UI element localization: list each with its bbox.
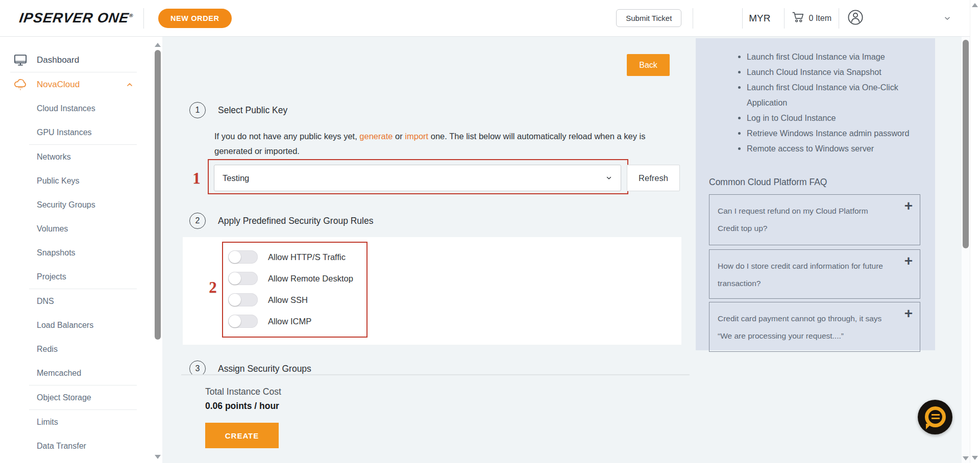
sidebar-item-public-keys[interactable]: Public Keys [0, 169, 153, 193]
faq-item-store-card[interactable]: How do I store credit card information f… [709, 249, 920, 299]
currency-selector[interactable]: MYR [749, 13, 770, 24]
faq-question: How do I store credit card information f… [709, 250, 920, 292]
step3-number: 3 [189, 361, 206, 375]
sidebar-scrollbar-thumb[interactable] [155, 50, 161, 340]
public-key-select[interactable]: Testing [214, 165, 621, 191]
faq-question: Can I request refund on my Cloud Platfor… [709, 195, 920, 237]
annotation-number-2: 2 [205, 278, 220, 297]
sidebar-item-projects[interactable]: Projects [0, 265, 153, 289]
submit-ticket-button[interactable]: Submit Ticket [616, 9, 681, 27]
help-link-retrieve-password[interactable]: Retrieve Windows Instance admin password [747, 125, 924, 141]
content-scrollbar-thumb[interactable] [963, 40, 969, 248]
help-panel: Launch first Cloud Instance via Image La… [696, 38, 935, 350]
content-scrollbar [962, 37, 970, 463]
brand-logo[interactable]: IPSERVER ONE® [18, 10, 134, 26]
sidebar-item-object-storage[interactable]: Object Storage [0, 385, 153, 409]
cart-button[interactable]: 0 Item [792, 11, 831, 25]
cart-icon [792, 11, 805, 25]
step3-title: Assign Security Groups [218, 364, 311, 374]
faq-section-title: Common Cloud Platform FAQ [709, 177, 827, 188]
sidebar-item-label: NovaCloud [37, 80, 80, 90]
faq-question: Credit card payment cannot go through, i… [709, 302, 920, 345]
sidebar-item-memcached[interactable]: Memcached [0, 361, 153, 385]
cloud-icon [12, 78, 29, 92]
scroll-boundary-divider [181, 374, 690, 375]
step2-number: 2 [189, 213, 206, 229]
step3-heading: 3 Assign Security Groups [189, 361, 311, 375]
public-key-selected-value: Testing [223, 173, 249, 183]
step1-heading: 1 Select Public Key [189, 102, 287, 118]
sidebar-item-dashboard[interactable]: Dashboard [0, 48, 153, 72]
total-cost-label: Total Instance Cost [205, 387, 281, 397]
header-divider [784, 8, 785, 29]
scroll-up-arrow-icon[interactable] [155, 43, 161, 47]
sidebar-item-dns[interactable]: DNS [0, 289, 153, 313]
monitor-icon [12, 54, 29, 67]
sidebar-item-gpu-instances[interactable]: GPU Instances [0, 120, 153, 144]
user-avatar-icon [847, 9, 864, 28]
refresh-button[interactable]: Refresh [627, 165, 680, 191]
sidebar-item-networks[interactable]: Networks [0, 145, 153, 169]
faq-item-payment-failed[interactable]: Credit card payment cannot go through, i… [709, 302, 920, 352]
scroll-down-arrow-icon[interactable] [155, 455, 161, 459]
cart-count: 0 Item [809, 14, 831, 23]
sidebar-item-volumes[interactable]: Volumes [0, 217, 153, 241]
redacted-account-info [695, 6, 740, 31]
step2-title: Apply Predefined Security Group Rules [218, 216, 373, 226]
step2-heading: 2 Apply Predefined Security Group Rules [189, 213, 373, 229]
help-text-part: If you do not have any public keys yet, [214, 132, 359, 141]
help-link-launch-via-image[interactable]: Launch first Cloud Instance via Image [747, 49, 924, 64]
help-link-launch-via-snapshot[interactable]: Launch Cloud Instance via Snapshot [747, 64, 924, 80]
help-text-part: or [393, 132, 405, 141]
top-header: IPSERVER ONE® NEW ORDER Submit Ticket MY… [0, 0, 970, 37]
sidebar-item-snapshots[interactable]: Snapshots [0, 241, 153, 265]
left-sidebar: Dashboard NovaCloud Cloud Instances GPU … [0, 37, 153, 463]
chevron-up-icon[interactable] [126, 81, 134, 88]
header-divider [839, 8, 839, 29]
annotation-number-1: 1 [189, 169, 204, 188]
expand-plus-icon[interactable]: + [904, 253, 913, 269]
chat-bubble-icon [925, 406, 946, 427]
sidebar-item-security-groups[interactable]: Security Groups [0, 193, 153, 217]
scroll-up-arrow-icon[interactable] [972, 3, 978, 7]
expand-plus-icon[interactable]: + [904, 305, 913, 322]
sidebar-item-redis[interactable]: Redis [0, 337, 153, 361]
sidebar-item-data-transfer[interactable]: Data Transfer [0, 434, 153, 458]
main-content: Back 1 Select Public Key If you do not h… [162, 37, 962, 463]
faq-item-refund[interactable]: Can I request refund on my Cloud Platfor… [709, 194, 920, 245]
sidebar-item-label: Dashboard [37, 55, 79, 65]
help-link-login-instance[interactable]: Log in to Cloud Instance [747, 110, 924, 125]
help-link-launch-one-click[interactable]: Launch first Cloud Instance via One-Clic… [747, 80, 924, 110]
help-link-remote-access[interactable]: Remote access to Windows server [747, 141, 924, 156]
public-key-help-text: If you do not have any public keys yet, … [214, 129, 683, 159]
annotation-box-2 [222, 242, 368, 338]
sidebar-item-cloud-instances[interactable]: Cloud Instances [0, 96, 153, 120]
new-order-button[interactable]: NEW ORDER [158, 9, 232, 28]
sidebar-item-novacloud[interactable]: NovaCloud [0, 72, 153, 96]
help-links-list: Launch first Cloud Instance via Image La… [696, 38, 935, 156]
profile-chevron-down-icon[interactable] [943, 14, 951, 22]
scroll-down-arrow-icon[interactable] [963, 456, 969, 460]
profile-menu-button[interactable] [847, 9, 864, 28]
sidebar-scrollbar [153, 37, 162, 463]
header-divider [693, 8, 693, 29]
generate-link[interactable]: generate [359, 132, 393, 141]
chat-bubble-line [932, 418, 940, 419]
chat-bubble-line [932, 414, 940, 416]
step1-title: Select Public Key [218, 105, 287, 116]
import-link[interactable]: import [405, 132, 428, 141]
create-button[interactable]: CREATE [205, 423, 279, 448]
select-chevron-down-icon [605, 174, 612, 182]
header-divider [143, 8, 144, 29]
redacted-username [867, 7, 941, 30]
scroll-down-arrow-icon[interactable] [972, 456, 978, 460]
page-scrollbar [970, 0, 980, 463]
live-chat-button[interactable] [918, 400, 952, 434]
expand-plus-icon[interactable]: + [904, 198, 913, 214]
back-button[interactable]: Back [627, 54, 670, 76]
sidebar-item-limits[interactable]: Limits [0, 410, 153, 434]
sidebar-item-load-balancers[interactable]: Load Balancers [0, 313, 153, 337]
step3-clipped-region: 3 Assign Security Groups [162, 358, 693, 375]
step1-number: 1 [189, 102, 206, 118]
total-cost-value: 0.06 points / hour [205, 401, 279, 411]
